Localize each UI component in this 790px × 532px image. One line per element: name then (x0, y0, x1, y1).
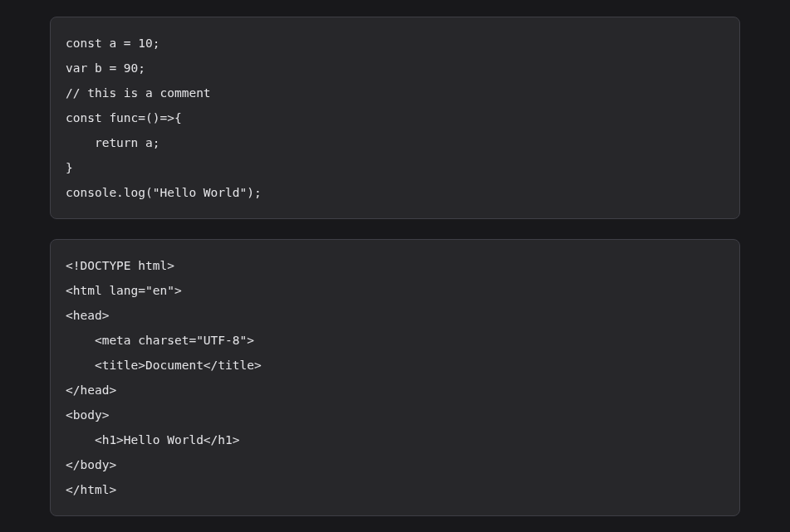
code-block-javascript[interactable]: const a = 10; var b = 90; // this is a c… (50, 17, 740, 219)
code-block-html[interactable]: <!DOCTYPE html> <html lang="en"> <head> … (50, 239, 740, 516)
code-blocks-container: const a = 10; var b = 90; // this is a c… (0, 0, 790, 532)
